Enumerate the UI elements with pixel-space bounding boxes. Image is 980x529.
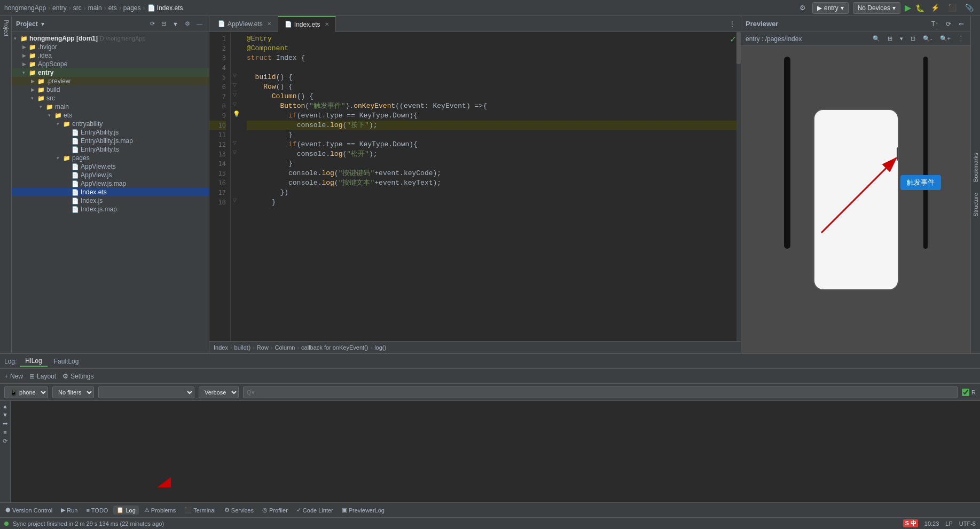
phone-side-button [897,147,899,161]
run-button[interactable]: ▶ [905,3,911,13]
preview-component-icon[interactable]: ⊞ [885,34,895,43]
category-select[interactable] [98,386,194,398]
tab-close-appview[interactable]: ✕ [267,21,271,27]
run-tool[interactable]: ▶ Run [58,506,81,515]
filter-select[interactable]: No filters [52,386,94,398]
tab-index-ets[interactable]: 📄 Index.ets ✕ [278,16,336,32]
code-editor[interactable]: @Entry @Component struct Index { build()… [242,32,741,341]
previewer-refresh-icon[interactable]: ⟳ [944,19,953,29]
todo-tool[interactable]: ≡ TODO [83,506,111,515]
preview-inspect-icon[interactable]: 🔍 [871,34,882,43]
project-panel: Project ▾ ⟳ ⊟ ▼ ⚙ — ▾ 📁 hongmengApp [dom… [12,16,209,353]
bookmark-refresh-icon[interactable]: ⟳ [3,438,7,445]
preview-dropdown-icon[interactable]: ▾ [898,34,905,43]
svg-line-3 [160,412,171,486]
bookmarks-label[interactable]: Bookmarks [973,153,979,182]
tree-item-idea[interactable]: ▶ 📁 .idea [12,51,209,60]
tree-item-entryability[interactable]: ▾ 📁 entryability [12,120,209,128]
previewer-settings-icon[interactable]: ⇐ [957,19,966,29]
problems-tool[interactable]: ⚠ Problems [141,506,179,515]
version-control-tool[interactable]: ⬢ Version Control [2,506,56,515]
tree-item-entryability-js-map[interactable]: ▶ 📄 EntryAbility.js.map [12,137,209,145]
project-sidebar-icon[interactable]: Project [2,18,10,38]
collapse-icon[interactable]: ⊟ [159,19,168,28]
profiler-tool[interactable]: ◎ Profiler [259,506,291,515]
tree-item-appview-js[interactable]: ▶ 📄 AppView.js [12,171,209,179]
tab-close-index[interactable]: ✕ [325,21,329,27]
preview-trigger-button[interactable]: 触发事件 [900,175,941,190]
topbar-right: ⚙ ▶ entry ▾ No Devices ▾ ▶ 🐛 ⚡ ⬛ 📎 [797,2,976,14]
phone-preview: 触发事件 [741,46,970,353]
profiler-icon: ◎ [262,507,268,514]
verbose-select[interactable]: Verbose [199,386,239,398]
tree-item-index-js-map[interactable]: ▶ 📄 Index.js.map [12,205,209,214]
code-linter-tool[interactable]: ✓ Code Linter [293,506,336,515]
log-tool[interactable]: 📋 Log [113,506,138,515]
log-search-input[interactable] [243,386,958,398]
profile-button[interactable]: ⚡ [929,3,942,13]
phone-right-bar [923,57,928,249]
new-button[interactable]: + New [4,373,23,380]
code-line-17: }) [247,188,736,198]
preview-zoom-in-icon[interactable]: 🔍+ [938,34,953,43]
tree-item-appscope[interactable]: ▶ 📁 AppScope [12,60,209,68]
settings-icon[interactable]: ⚙ [797,3,808,13]
bookmark-down-icon[interactable]: ▼ [2,412,8,418]
layout-button[interactable]: ⊞ Layout [29,373,56,380]
preview-more-icon[interactable]: ⋮ [956,34,966,43]
tree-item-root[interactable]: ▾ 📁 hongmengApp [dom1] D:\hongmengApp [12,34,209,43]
tree-item-index-ets[interactable]: ▶ 📄 Index.ets [12,188,209,196]
settings-button[interactable]: ⚙ Settings [62,373,93,380]
filter-icon[interactable]: ▼ [170,19,181,28]
tree-item-index-js[interactable]: ▶ 📄 Index.js [12,196,209,205]
preview-zoom-out-icon[interactable]: 🔍- [921,34,935,43]
tree-item-build[interactable]: ▶ 📁 build [12,85,209,94]
tab-more-button[interactable]: ⋮ [726,20,739,28]
tree-item-pages[interactable]: ▾ 📁 pages [12,154,209,162]
status-message: Sync project finished in 2 m 29 s 134 ms… [13,520,164,527]
bookmark-up-icon[interactable]: ▲ [2,403,8,409]
bookmark-list-icon[interactable]: ≡ [3,429,6,436]
previewer-log-tool[interactable]: ▣ PreviewerLog [339,506,388,515]
topbar: hongmengApp › entry › src › main › ets ›… [0,0,980,16]
tree-item-preview[interactable]: ▶ 📁 .preview [12,77,209,85]
minimize-icon[interactable]: — [194,19,205,28]
debug-button[interactable]: 🐛 [915,4,924,12]
tree-item-entryability-ts[interactable]: ▶ 📄 EntryAbility.ts [12,145,209,154]
entry-selector[interactable]: ▶ entry ▾ [812,2,849,14]
breadcrumb-part: ets [108,4,117,12]
tree-item-entryability-js[interactable]: ▶ 📄 EntryAbility.js [12,128,209,137]
structure-label[interactable]: Structure [973,193,979,217]
phone-left-bar [784,57,790,249]
tree-item-appview-ets[interactable]: ▶ 📄 AppView.ets [12,162,209,171]
stop-button[interactable]: ⬛ [946,3,959,13]
device-select[interactable]: 📱 phone [4,386,48,398]
attach-button[interactable]: 📎 [963,3,976,13]
project-settings-icon[interactable]: ⚙ [183,19,192,28]
tree-item-entry[interactable]: ▾ 📁 entry [12,68,209,77]
log-checkbox[interactable] [962,389,969,396]
tree-item-ets[interactable]: ▾ 📁 ets [12,111,209,120]
tree-item-main[interactable]: ▾ 📁 main [12,102,209,111]
previewer-format-icon[interactable]: T↑ [929,19,940,29]
tree-item-hvigor[interactable]: ▶ 📁 .hvigor [12,43,209,51]
log-toolbar: + New ⊞ Layout ⚙ Settings [0,369,980,384]
preview-resize-icon[interactable]: ⊡ [908,34,918,43]
sync-icon[interactable]: ⟳ [148,19,157,28]
bookmark-add-icon[interactable]: ➡ [3,420,7,427]
tab-hilog[interactable]: HiLog [20,356,47,367]
device-selector[interactable]: No Devices ▾ [853,2,900,14]
tree-item-appview-js-map[interactable]: ▶ 📄 AppView.js.map [12,179,209,188]
code-line-7: Column() { [247,92,736,101]
tab-appview-ets[interactable]: 📄 AppView.ets ✕ [211,16,278,32]
tree-item-src[interactable]: ▾ 📁 src [12,94,209,102]
code-line-11: } [247,130,736,140]
scrollbar[interactable] [736,32,741,341]
code-container: 1 2 3 4 5 6 7 8 9 10 11 12 13 14 15 16 1 [209,32,741,341]
terminal-tool[interactable]: ⬛ Terminal [181,506,219,515]
breadcrumb-part: entry [52,4,67,12]
previewer-path-icons: 🔍 ⊞ ▾ ⊡ 🔍- 🔍+ ⋮ [871,34,966,43]
services-tool[interactable]: ⚙ Services [221,506,257,515]
editor-area: 📄 AppView.ets ✕ 📄 Index.ets ✕ ⋮ 1 2 3 4 [209,16,741,353]
tab-faultlog[interactable]: FaultLog [49,357,84,366]
